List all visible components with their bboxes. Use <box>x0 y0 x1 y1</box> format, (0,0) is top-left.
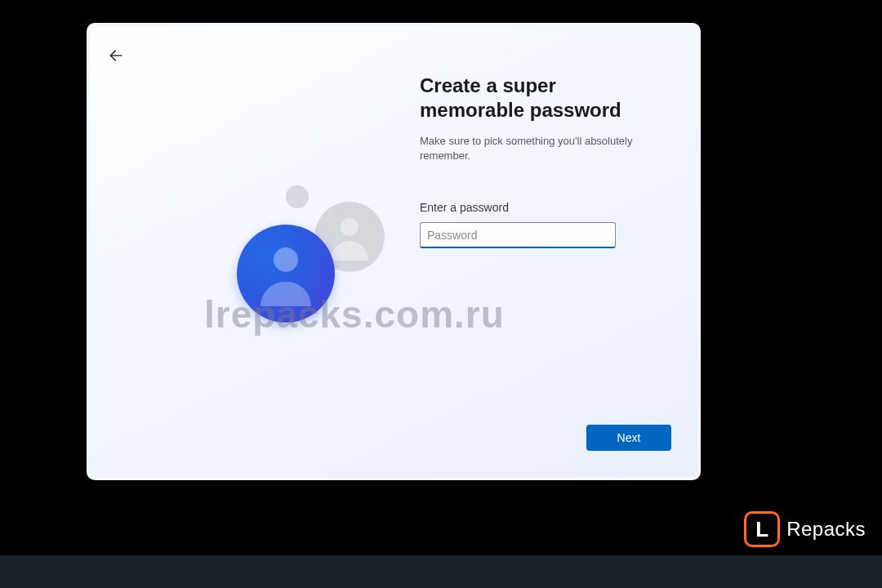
setup-window: lrepacks.com.ru Create a super memorable… <box>87 23 701 480</box>
next-button[interactable]: Next <box>586 425 671 451</box>
page-footer-bar <box>0 555 882 588</box>
window-surface: lrepacks.com.ru Create a super memorable… <box>90 26 697 477</box>
hero-illustration <box>167 185 412 365</box>
decorative-dot <box>286 185 309 208</box>
page-subtitle: Make sure to pick something you'll absol… <box>420 134 657 163</box>
password-input[interactable] <box>420 222 616 248</box>
watermark-text: lrepacks.com.ru <box>204 292 505 336</box>
logo-mark-icon: L <box>744 511 780 547</box>
back-button[interactable] <box>105 44 127 67</box>
arrow-left-icon <box>108 47 124 64</box>
page-title: Create a super memorable password <box>420 74 657 122</box>
password-label: Enter a password <box>420 201 657 214</box>
site-logo: L Repacks <box>744 511 866 547</box>
form-panel: Create a super memorable password Make s… <box>420 74 657 248</box>
logo-text: Repacks <box>786 518 866 541</box>
